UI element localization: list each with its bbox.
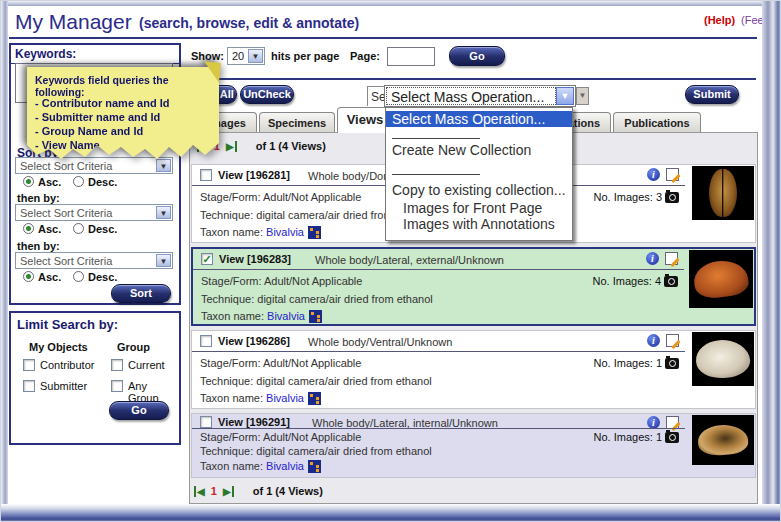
chevron-down-icon[interactable]: ▼ (156, 206, 171, 219)
taxon-label: Taxon name: (201, 310, 264, 322)
taxon-label: Taxon name: (200, 392, 263, 404)
mass-operation-select-fragment[interactable]: Se (367, 86, 384, 106)
camera-icon[interactable] (665, 192, 679, 203)
tooltip-line: - Contributor name and Id (35, 97, 169, 109)
camera-icon[interactable] (665, 358, 679, 369)
taxon-link[interactable]: Bivalvia (266, 460, 304, 472)
view-id: View [196283] (219, 253, 291, 265)
uncheck-button[interactable]: UnCheck (240, 85, 294, 104)
tooltip-note: Keywords field queries the following: - … (27, 67, 219, 161)
edit-annotate-icon[interactable] (666, 168, 679, 181)
image-count-value: 1 (656, 357, 662, 369)
sort-desc-radio-1[interactable] (73, 176, 84, 187)
window-frame-left (1, 1, 8, 522)
view-thumbnail[interactable] (689, 250, 753, 308)
asc-label-1: Asc. (38, 176, 61, 188)
sort-asc-radio-2[interactable] (23, 223, 34, 234)
technique-text: Technique: digital camera/air dried from… (201, 293, 433, 305)
image-count-label: No. Images: (594, 357, 653, 369)
shell-image (709, 169, 737, 217)
dropdown-option-images-annotations[interactable]: Images with Annotations (386, 216, 572, 232)
dropdown-option-images-front-page[interactable]: Images for Front Page (386, 200, 572, 216)
current-checkbox[interactable] (111, 359, 123, 371)
submit-button[interactable]: Submit (685, 85, 739, 104)
first-page-icon[interactable]: ◀ (194, 486, 205, 497)
sort-criteria-select-2[interactable]: Select Sort Criteria ▼ (15, 204, 173, 221)
view-row-196283: ✓ View [196283] Whole body/Lateral, exte… (191, 247, 756, 326)
sort-asc-radio-3[interactable] (23, 271, 34, 282)
chevron-down-icon[interactable]: ▼ (556, 87, 574, 105)
taxon-tree-icon[interactable] (308, 226, 321, 239)
camera-icon[interactable] (664, 276, 678, 287)
taxon-tree-icon[interactable] (309, 310, 322, 323)
edit-annotate-icon[interactable] (665, 252, 678, 265)
view-thumbnail[interactable] (692, 166, 754, 220)
hits-per-page-select[interactable]: 20 ▼ (227, 47, 265, 65)
focus-outline (387, 88, 555, 104)
chevron-down-icon[interactable]: ▼ (156, 254, 171, 267)
dropdown-option-copy-to-existing[interactable]: Copy to existing collection... (386, 182, 572, 198)
contributor-checkbox[interactable] (23, 359, 35, 371)
limit-search-heading: Limit Search by: (17, 317, 118, 332)
info-icon[interactable]: i (647, 168, 660, 181)
help-link[interactable]: (Help) (704, 14, 735, 26)
row-icons: i (647, 168, 679, 186)
tooltip-line: - View Name (35, 139, 100, 151)
taxon-link[interactable]: Bivalvia (267, 310, 305, 322)
dropdown-option-create-new-collection[interactable]: Create New Collection (386, 142, 572, 158)
sort-button[interactable]: Sort (111, 284, 171, 303)
row-checkbox[interactable] (200, 335, 212, 347)
note-fold-corner (202, 61, 221, 83)
view-description: Whole body/Lateral, external/Unknown (315, 254, 504, 266)
row-checkbox-checked[interactable]: ✓ (201, 253, 213, 265)
taxon-line: Taxon name: Bivalvia (201, 310, 322, 323)
hits-per-page-label: hits per page (271, 50, 339, 62)
contributor-label: Contributor (40, 359, 94, 371)
taxon-tree-icon[interactable] (308, 392, 321, 405)
image-count-value: 1 (656, 431, 662, 443)
window-frame-right (762, 1, 781, 522)
my-manager-window: My Manager (search, browse, edit & annot… (0, 0, 781, 522)
chevron-down-icon[interactable]: ▼ (248, 49, 263, 63)
dropdown-option-select-mass-operation[interactable]: Select Mass Operation... (386, 111, 572, 127)
view-id: View [196291] (218, 416, 290, 428)
stage-form-text: Stage/Form: Adult/Not Applicable (200, 357, 361, 369)
view-thumbnail[interactable] (692, 415, 754, 465)
image-count: No. Images: 1 (594, 431, 680, 443)
row-checkbox[interactable] (200, 416, 212, 428)
info-icon[interactable]: i (646, 252, 659, 265)
row-checkbox[interactable] (200, 169, 212, 181)
shell-image (697, 423, 749, 456)
camera-icon[interactable] (665, 432, 679, 443)
page-input[interactable] (387, 47, 435, 66)
taxon-tree-icon[interactable] (308, 460, 321, 473)
taxon-link[interactable]: Bivalvia (266, 392, 304, 404)
info-icon[interactable]: i (647, 334, 660, 347)
tab-publications[interactable]: Publications (613, 112, 701, 133)
tooltip-line: - Submitter name and Id (35, 111, 160, 123)
keywords-tooltip: Keywords field queries the following: - … (27, 67, 239, 167)
taxon-line: Taxon name: Bivalvia (200, 460, 321, 473)
image-count-value: 3 (656, 191, 662, 203)
taxon-link[interactable]: Bivalvia (266, 226, 304, 238)
topbar-go-button[interactable]: Go (449, 46, 505, 66)
sort-desc-radio-3[interactable] (73, 271, 84, 282)
asc-label-2: Asc. (38, 223, 61, 235)
edit-annotate-icon[interactable] (666, 334, 679, 347)
stage-form-text: Stage/Form: Adult/Not Applicable (200, 431, 361, 443)
current-page[interactable]: 1 (208, 485, 220, 497)
submitter-checkbox[interactable] (23, 380, 35, 392)
sort-criteria-select-3[interactable]: Select Sort Criteria ▼ (15, 252, 173, 269)
page-title: My Manager (15, 10, 132, 34)
sort-criteria-value-3: Select Sort Criteria (20, 255, 112, 267)
keywords-label: Keywords: (11, 45, 179, 64)
view-thumbnail[interactable] (692, 332, 754, 386)
sort-asc-radio-1[interactable] (23, 176, 34, 187)
mass-operation-select[interactable]: Select Mass Operation... ▼ (384, 85, 576, 107)
any-group-checkbox[interactable] (111, 380, 123, 392)
limit-go-button[interactable]: Go (109, 401, 169, 420)
tab-specimens[interactable]: Specimens (259, 112, 335, 133)
chevron-down-icon[interactable]: ▼ (576, 87, 589, 105)
sort-desc-radio-2[interactable] (73, 223, 84, 234)
last-page-icon[interactable]: ▶ (223, 486, 234, 497)
